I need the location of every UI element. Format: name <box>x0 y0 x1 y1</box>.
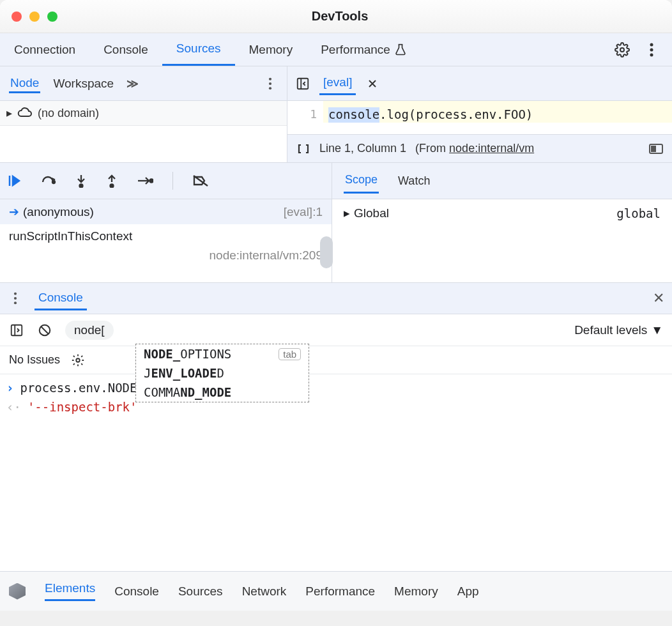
svg-rect-17 <box>11 324 22 335</box>
svg-point-3 <box>650 53 653 56</box>
main-tabbar: Connection Console Sources Memory Perfor… <box>0 33 672 66</box>
deactivate-breakpoints-icon[interactable] <box>192 174 209 187</box>
navigator-tabs: Node Workspace ≫ <box>0 66 287 101</box>
console-return-value: '--inspect-brk' <box>27 400 137 414</box>
source-link[interactable]: node:internal/vm <box>449 142 534 155</box>
window-title: DevTools <box>57 9 622 24</box>
tab-memory[interactable]: Memory <box>235 33 307 66</box>
no-issues-label: No Issues <box>9 353 60 367</box>
console-settings-icon[interactable] <box>70 353 86 368</box>
stack-frame-1-loc: node:internal/vm:209 <box>0 248 332 268</box>
scrollbar-thumb[interactable] <box>320 236 333 268</box>
source-editor[interactable]: 1 console.log(process.env.FOO) <box>287 101 672 134</box>
clear-console-icon[interactable] <box>37 323 52 338</box>
autocomplete-popup: NODE_OPTIONS tab JENV_LOADED COMMAND_MOD… <box>135 344 309 402</box>
kebab-menu-icon[interactable] <box>644 42 659 57</box>
more-tabs-icon[interactable]: ≫ <box>126 77 139 91</box>
svg-point-6 <box>269 87 271 89</box>
toggle-navigator-icon[interactable] <box>295 76 310 91</box>
svg-point-2 <box>650 48 653 51</box>
host-tab-app[interactable]: App <box>457 584 479 599</box>
tab-console[interactable]: Console <box>89 33 162 66</box>
cloud-icon <box>17 107 33 119</box>
close-drawer-icon[interactable]: ✕ <box>653 290 664 307</box>
scope-panel[interactable]: ▸ Global global <box>332 199 672 282</box>
svg-point-13 <box>150 179 153 183</box>
frame-name-0: (anonymous) <box>23 205 94 219</box>
zoom-button[interactable] <box>47 11 57 22</box>
host-tab-console[interactable]: Console <box>114 584 159 599</box>
execution-context[interactable]: node[ <box>65 321 114 340</box>
console-output[interactable]: › process.env.NODE ‹· '--inspect-brk' <box>0 374 672 420</box>
debugger-controls <box>0 163 332 199</box>
navigator-kebab-icon[interactable] <box>263 76 278 91</box>
tab-scope[interactable]: Scope <box>344 168 379 194</box>
file-tab-eval[interactable]: [eval] <box>319 72 356 95</box>
frame-loc-0: [eval]:1 <box>284 205 323 219</box>
step-into-icon[interactable] <box>75 174 87 188</box>
coverage-icon[interactable] <box>649 144 663 154</box>
tab-sources[interactable]: Sources <box>162 33 235 66</box>
console-input-line[interactable]: › process.env.NODE <box>6 378 666 397</box>
tab-connection[interactable]: Connection <box>0 33 89 66</box>
host-tab-sources[interactable]: Sources <box>178 584 223 599</box>
line-number: 1 <box>287 101 323 134</box>
from-label: (From <box>415 142 449 155</box>
tab-watch[interactable]: Watch <box>398 174 430 188</box>
file-tab-bar: [eval] <box>287 66 672 101</box>
tab-performance[interactable]: Performance <box>307 33 421 66</box>
levels-label: Default levels <box>574 323 647 337</box>
svg-point-15 <box>14 297 17 300</box>
chevron-right-icon: ▸ <box>344 206 350 220</box>
svg-point-19 <box>76 358 80 362</box>
autocomplete-option-3[interactable]: COMMAND_MODE <box>136 383 309 402</box>
svg-point-0 <box>620 48 624 52</box>
log-levels[interactable]: Default levels ▼ <box>574 323 663 337</box>
cursor-position: Line 1, Column 1 <box>319 142 406 155</box>
drawer-kebab-icon[interactable] <box>8 291 23 306</box>
resume-icon[interactable] <box>8 174 22 187</box>
console-input-text: process.env.NODE <box>20 381 137 395</box>
gear-icon[interactable] <box>615 42 630 57</box>
chevron-down-icon: ▼ <box>651 323 663 337</box>
drawer-tab-console[interactable]: Console <box>34 287 87 310</box>
frame-loc-1: node:internal/vm:209 <box>210 248 323 263</box>
chevron-right-icon: ▸ <box>6 106 12 120</box>
close-button[interactable] <box>11 11 22 22</box>
stack-frame-0[interactable]: ➔ (anonymous) [eval]:1 <box>0 199 332 224</box>
tab-performance-label: Performance <box>321 43 390 57</box>
scope-watches-tabs: Scope Watch <box>332 163 672 199</box>
source-origin: (From node:internal/vm <box>415 142 534 155</box>
host-devtools-tabs: Elements Console Sources Network Perform… <box>0 571 672 611</box>
host-tab-elements[interactable]: Elements <box>45 581 95 601</box>
input-prompt-icon: › <box>6 381 13 395</box>
step-icon[interactable] <box>137 176 153 185</box>
no-domain-label: (no domain) <box>38 107 99 120</box>
file-tree[interactable]: ▸ (no domain) <box>0 101 287 126</box>
step-out-icon[interactable] <box>106 174 118 188</box>
devtools-logo-icon <box>9 583 26 600</box>
minimize-button[interactable] <box>29 11 40 22</box>
code-line-1: console.log(process.env.FOO) <box>323 101 672 123</box>
call-stack[interactable]: ➔ (anonymous) [eval]:1 runScriptInThisCo… <box>0 199 332 282</box>
debug-row: Scope Watch <box>0 162 672 199</box>
toggle-sidebar-icon[interactable] <box>9 323 24 338</box>
close-file-icon[interactable] <box>365 76 380 91</box>
host-tab-performance[interactable]: Performance <box>305 584 375 599</box>
stack-frame-1[interactable]: runScriptInThisContext <box>0 224 332 248</box>
host-tab-network[interactable]: Network <box>242 584 287 599</box>
code-token-console: console <box>328 107 379 123</box>
tab-hint: tab <box>279 348 301 360</box>
flask-icon <box>394 43 407 56</box>
format-icon[interactable] <box>296 143 310 155</box>
autocomplete-option-1[interactable]: NODE_OPTIONS tab <box>136 344 309 363</box>
autocomplete-option-2[interactable]: JENV_LOADED <box>136 363 309 383</box>
host-tab-memory[interactable]: Memory <box>394 584 438 599</box>
step-over-icon[interactable] <box>41 174 56 187</box>
svg-point-11 <box>80 185 83 188</box>
svg-point-1 <box>650 43 653 46</box>
svg-point-12 <box>111 185 114 188</box>
svg-point-4 <box>269 77 271 80</box>
subtab-workspace[interactable]: Workspace <box>52 74 115 93</box>
subtab-node[interactable]: Node <box>9 73 40 93</box>
